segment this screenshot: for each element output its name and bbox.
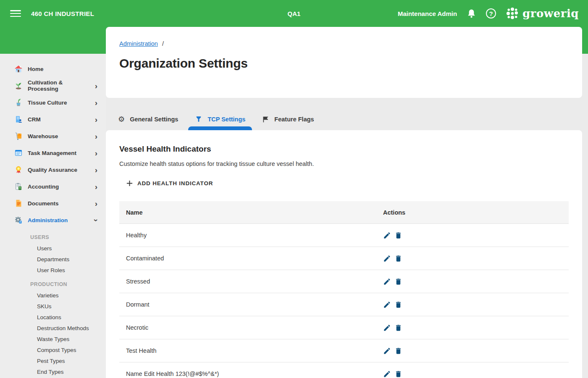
current-user-label[interactable]: Maintenance Admin <box>398 10 457 17</box>
seedling-icon <box>14 81 23 90</box>
add-button-label: ADD HEALTH INDICATOR <box>137 180 213 186</box>
sidebar-item-end-types[interactable]: End Types <box>0 366 106 377</box>
breadcrumb: Administration / <box>119 40 569 47</box>
chevron-right-icon: › <box>95 132 97 140</box>
sidebar-item-documents[interactable]: Documents › <box>0 195 106 212</box>
sidebar-item-label: CRM <box>28 116 41 123</box>
groweriq-dots-icon <box>506 7 519 20</box>
column-header-name: Name <box>119 209 376 216</box>
sidebar-item-departments[interactable]: Departments <box>0 254 106 265</box>
sidebar-item-waste-types[interactable]: Waste Types <box>0 333 106 344</box>
tcp-settings-panel: Vessel Health Indicators Customize healt… <box>106 130 582 378</box>
help-icon[interactable]: ? <box>486 8 496 18</box>
tab-tcp-settings[interactable]: TCP Settings <box>188 108 252 130</box>
indicator-name: Necrotic <box>119 324 376 331</box>
chevron-right-icon: › <box>95 183 97 191</box>
indicator-name: Name Edit Health 123(!@#$%^&*) <box>119 370 376 377</box>
chevron-right-icon: › <box>95 99 97 107</box>
section-heading: Vessel Health Indicators <box>119 144 569 154</box>
health-indicators-table: Name Actions Healthy Contaminated Stress… <box>119 201 569 378</box>
indicator-name: Contaminated <box>119 255 376 262</box>
sidebar-item-home[interactable]: Home <box>0 60 106 77</box>
sidebar-item-label: Accounting <box>28 184 59 190</box>
page-header-card: Administration / Organization Settings <box>106 27 582 98</box>
delete-trash-icon[interactable] <box>394 370 402 378</box>
table-row: Contaminated <box>119 247 569 270</box>
section-description: Customize health status options for trac… <box>119 160 569 167</box>
sidebar-item-accounting[interactable]: Accounting › <box>0 178 106 195</box>
sidebar-item-pest-types[interactable]: Pest Types <box>0 355 106 366</box>
tab-label: TCP Settings <box>207 116 245 123</box>
tab-feature-flags[interactable]: Feature Flags <box>255 108 320 130</box>
quality-medal-icon <box>14 165 23 174</box>
indicator-name: Healthy <box>119 232 376 239</box>
sidebar-item-label: Documents <box>28 200 59 207</box>
delete-trash-icon[interactable] <box>394 347 402 355</box>
breadcrumb-administration-link[interactable]: Administration <box>119 40 158 47</box>
table-row: Healthy <box>119 223 569 247</box>
sidebar-item-label: Quality Assurance <box>28 167 77 173</box>
edit-pencil-icon[interactable] <box>383 370 391 378</box>
add-health-indicator-button[interactable]: ADD HEALTH INDICATOR <box>120 176 219 191</box>
table-row: Test Health <box>119 339 569 362</box>
delete-trash-icon[interactable] <box>394 278 402 286</box>
topbar: 460 CH INDUSTRIEL QA1 Maintenance Admin … <box>0 0 588 27</box>
delete-trash-icon[interactable] <box>394 231 402 239</box>
delete-trash-icon[interactable] <box>394 255 402 262</box>
delete-trash-icon[interactable] <box>394 324 402 332</box>
chevron-right-icon: › <box>95 116 97 123</box>
sidebar-item-cultivation-processing[interactable]: Cultivation & Processing › <box>0 77 106 94</box>
sidebar-item-user-roles[interactable]: User Roles <box>0 265 106 276</box>
sidebar-item-label: Home <box>28 66 44 72</box>
delete-trash-icon[interactable] <box>394 301 402 309</box>
chevron-right-icon: › <box>95 200 97 207</box>
indicator-name: Stressed <box>119 278 376 285</box>
home-icon <box>14 65 23 73</box>
table-header-row: Name Actions <box>119 201 569 223</box>
accounting-clipboard-icon <box>14 182 23 191</box>
sidebar-item-label: Cultivation & Processing <box>28 79 95 92</box>
plus-icon <box>126 180 133 187</box>
sidebar-item-locations[interactable]: Locations <box>0 312 106 323</box>
column-header-actions: Actions <box>376 209 569 216</box>
sidebar-item-quality-assurance[interactable]: Quality Assurance › <box>0 161 106 178</box>
settings-tabs: ⚙ General Settings TCP Settings Feature … <box>111 108 324 130</box>
indicator-name: Test Health <box>119 347 376 354</box>
edit-pencil-icon[interactable] <box>383 324 391 332</box>
notifications-bell-icon[interactable] <box>467 9 476 18</box>
sidebar-item-varieties[interactable]: Varieties <box>0 290 106 301</box>
table-row: Dormant <box>119 293 569 316</box>
sidebar-item-administration[interactable]: Administration › <box>0 212 106 228</box>
tab-general-settings[interactable]: ⚙ General Settings <box>111 108 185 130</box>
tissue-culture-icon <box>14 98 23 107</box>
table-row: Necrotic <box>119 316 569 339</box>
table-row: Name Edit Health 123(!@#$%^&*) <box>119 362 569 378</box>
sidebar-item-compost-types[interactable]: Compost Types <box>0 344 106 355</box>
sidebar-item-users[interactable]: Users <box>0 243 106 254</box>
brand-logo[interactable]: groweriq <box>506 7 579 20</box>
edit-pencil-icon[interactable] <box>383 231 391 239</box>
sidebar-item-task-management[interactable]: Task Management › <box>0 144 106 161</box>
chevron-right-icon: › <box>95 166 97 174</box>
sidebar-item-destruction-methods[interactable]: Destruction Methods <box>0 323 106 333</box>
sidebar-item-tissue-culture[interactable]: Tissue Culture › <box>0 94 106 111</box>
edit-pencil-icon[interactable] <box>383 255 391 262</box>
breadcrumb-separator: / <box>162 40 164 47</box>
administration-gear-icon <box>14 216 23 224</box>
edit-pencil-icon[interactable] <box>383 278 391 286</box>
sidebar-item-label: Tissue Culture <box>28 100 67 106</box>
sidebar-item-warehouse[interactable]: Warehouse › <box>0 128 106 144</box>
tab-label: General Settings <box>130 116 178 123</box>
sidebar-item-label: Warehouse <box>28 133 58 139</box>
sidebar-section-production: PRODUCTION <box>0 276 106 290</box>
tab-label: Feature Flags <box>274 116 314 123</box>
sidebar-nav: Home Cultivation & Processing › Tissue C… <box>0 54 106 378</box>
sidebar-item-crm[interactable]: CRM › <box>0 111 106 128</box>
sidebar-section-users: USERS <box>0 228 106 243</box>
sidebar-item-skus[interactable]: SKUs <box>0 301 106 312</box>
gear-icon: ⚙ <box>118 116 125 123</box>
edit-pencil-icon[interactable] <box>383 301 391 309</box>
sidebar-item-label: Task Management <box>28 150 76 156</box>
edit-pencil-icon[interactable] <box>383 347 391 355</box>
documents-icon <box>14 199 23 207</box>
